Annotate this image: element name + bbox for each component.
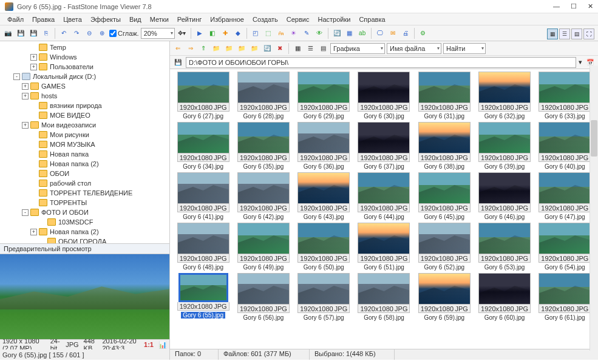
expand-icon[interactable]: + xyxy=(30,64,37,70)
menu-справка[interactable]: Справка xyxy=(355,15,389,24)
zoom-combo[interactable]: 20% xyxy=(141,28,175,39)
thumbnail[interactable]: 1920x1080JPGGory 6 (57).jpg xyxy=(294,273,353,321)
tree-item[interactable]: +Пользователи xyxy=(0,62,169,72)
scrollbar-thumb[interactable] xyxy=(591,120,597,157)
menu-метки[interactable]: Метки xyxy=(146,15,172,24)
tree-item[interactable]: +hosts xyxy=(0,91,169,101)
tree-item[interactable]: рабочий стол xyxy=(0,178,169,188)
expand-icon[interactable]: + xyxy=(22,122,29,129)
thumbnail[interactable]: 1920x1080JPGGory 6 (43).jpg xyxy=(294,172,353,220)
refresh-icon[interactable]: 🔄 xyxy=(262,43,273,54)
play-icon[interactable]: ▶ xyxy=(194,28,205,39)
slideshow-icon[interactable]: ▦ xyxy=(344,28,355,39)
thumbnail[interactable]: 1920x1080JPGGory 6 (46).jpg xyxy=(475,172,534,220)
tree-item[interactable]: +Новая папка (2) xyxy=(0,227,169,237)
thumbnail[interactable]: 1920x1080JPGGory 6 (47).jpg xyxy=(535,172,594,220)
thumbnail[interactable]: 1920x1080JPGGory 6 (60).jpg xyxy=(475,273,534,321)
view-thumbnails-button[interactable]: ▦ xyxy=(547,29,558,39)
thumbnail[interactable]: 1920x1080JPGGory 6 (59).jpg xyxy=(415,273,474,321)
tree-item[interactable]: Новая папка xyxy=(0,149,169,159)
thumbnail[interactable]: 1920x1080JPGGory 6 (40).jpg xyxy=(535,122,594,170)
thumbnail[interactable]: 1920x1080JPGGory 6 (61).jpg xyxy=(535,273,594,321)
forward-icon[interactable]: ⇒ xyxy=(185,43,196,54)
collapse-icon[interactable]: - xyxy=(22,209,29,216)
menu-рейтинг[interactable]: Рейтинг xyxy=(174,15,205,24)
up-icon[interactable]: ⇑ xyxy=(198,43,209,54)
tree-item[interactable]: ТОРРЕНТЫ xyxy=(0,198,169,207)
thumbnail[interactable]: 1920x1080JPGGory 6 (50).jpg xyxy=(294,223,353,271)
redeye-icon[interactable]: 👁 xyxy=(314,28,325,39)
tree-item[interactable]: ОБОИ xyxy=(0,169,169,178)
view-list-button[interactable]: ☰ xyxy=(559,29,570,39)
vertical-scrollbar[interactable] xyxy=(590,66,598,351)
thumbnail[interactable]: 1920x1080JPGGory 6 (32).jpg xyxy=(475,72,534,120)
tree-item[interactable]: +GAMES xyxy=(0,81,169,91)
maximize-button[interactable]: ☐ xyxy=(571,2,577,10)
tree-item[interactable]: ТОРРЕНТ ТЕЛЕВИДЕНИЕ xyxy=(0,188,169,198)
tree-item[interactable]: +Windows xyxy=(0,52,169,62)
tree-item[interactable]: ОБОИ ГОРОДА xyxy=(0,237,169,243)
folder3-icon[interactable]: 📁 xyxy=(236,43,247,54)
thumbnail[interactable]: 1920x1080JPGGory 6 (48).jpg xyxy=(174,223,233,271)
drive-icon[interactable]: 💾 xyxy=(172,57,183,68)
viewmode2-icon[interactable]: ☰ xyxy=(305,43,316,54)
menu-эффекты[interactable]: Эффекты xyxy=(87,15,124,24)
rotate-right-icon[interactable]: ↷ xyxy=(71,28,82,39)
convert-icon[interactable]: 🔄 xyxy=(331,28,342,39)
tree-item[interactable]: вязники природа xyxy=(0,101,169,110)
rename-icon[interactable]: ab xyxy=(357,28,368,39)
thumbnail[interactable]: 1920x1080JPGGory 6 (58).jpg xyxy=(355,273,413,321)
thumbnail[interactable]: 1920x1080JPGGory 6 (55).jpg xyxy=(174,273,233,321)
thumbnail[interactable]: 1920x1080JPGGory 6 (45).jpg xyxy=(415,172,474,220)
tree-item[interactable]: Новая папка (2) xyxy=(0,159,169,169)
compare-icon[interactable]: ◧ xyxy=(207,28,218,39)
menu-избранное[interactable]: Избранное xyxy=(206,15,248,24)
menu-правка[interactable]: Правка xyxy=(29,15,58,24)
thumbnail[interactable]: 1920x1080JPGGory 6 (51).jpg xyxy=(355,223,413,271)
crop-icon[interactable]: ◰ xyxy=(250,28,261,39)
email-icon[interactable]: ✉ xyxy=(387,28,398,39)
adjust-icon[interactable]: ☀ xyxy=(288,28,299,39)
viewmode3-icon[interactable]: ▤ xyxy=(318,43,328,54)
thumbnail[interactable]: 1920x1080JPGGory 6 (30).jpg xyxy=(355,72,413,120)
thumbnail[interactable]: 1920x1080JPGGory 6 (36).jpg xyxy=(294,122,353,170)
folder1-icon[interactable]: 📁 xyxy=(211,43,222,54)
viewmode1-icon[interactable]: ▦ xyxy=(292,43,303,54)
thumbnail[interactable]: 1920x1080JPGGory 6 (35).jpg xyxy=(234,122,293,170)
tree-item[interactable]: +Мои видеозаписи xyxy=(0,120,169,130)
thumbnail[interactable]: 1920x1080JPGGory 6 (54).jpg xyxy=(535,223,594,271)
thumbnail[interactable]: 1920x1080JPGGory 6 (28).jpg xyxy=(234,72,293,120)
view-fullscreen-button[interactable]: ⛶ xyxy=(583,29,594,39)
folder4-icon[interactable]: 📁 xyxy=(249,43,260,54)
resize-icon[interactable]: ⬚ xyxy=(263,28,274,39)
expand-icon[interactable]: + xyxy=(22,93,29,99)
filter-combo[interactable]: Графика xyxy=(330,43,385,54)
menu-файл[interactable]: Файл xyxy=(4,15,27,24)
scan-icon[interactable]: 📷 xyxy=(2,28,13,39)
menu-сервис[interactable]: Сервис xyxy=(283,15,313,24)
smooth-checkbox[interactable]: Сглаж. xyxy=(109,30,139,37)
menu-цвета[interactable]: Цвета xyxy=(59,15,86,24)
thumbnail[interactable]: 1920x1080JPGGory 6 (41).jpg xyxy=(174,172,233,220)
tree-item[interactable]: МОЕ ВИДЕО xyxy=(0,110,169,120)
tree-item[interactable]: Мои рисунки xyxy=(0,130,169,140)
wallpaper-icon[interactable]: 🖵 xyxy=(375,28,386,39)
print-icon[interactable]: 🖨 xyxy=(400,28,411,39)
path-field[interactable]: D:\ФОТО И ОБОИ\ОБОИ ГОРЫ\ xyxy=(186,57,576,68)
close-button[interactable]: ✕ xyxy=(588,2,593,10)
back-icon[interactable]: ⇐ xyxy=(172,43,183,54)
thumbnail[interactable]: 1920x1080JPGGory 6 (44).jpg xyxy=(355,172,413,220)
preview-image[interactable] xyxy=(0,254,169,339)
tag-icon[interactable]: ◆ xyxy=(233,28,243,39)
tree-item[interactable]: -ФОТО И ОБОИ xyxy=(0,207,169,217)
thumbnail[interactable]: 1920x1080JPGGory 6 (53).jpg xyxy=(475,223,534,271)
thumbnail[interactable]: 1920x1080JPGGory 6 (33).jpg xyxy=(535,72,594,120)
menu-настройки[interactable]: Настройки xyxy=(314,15,354,24)
tree-item[interactable]: -Локальный диск (D:) xyxy=(0,72,169,81)
thumbnail[interactable]: 1920x1080JPGGory 6 (29).jpg xyxy=(294,72,353,120)
menu-создать[interactable]: Создать xyxy=(249,15,282,24)
thumbnail[interactable]: 1920x1080JPGGory 6 (37).jpg xyxy=(355,122,413,170)
view-details-button[interactable]: ▤ xyxy=(571,29,582,39)
thumbnail[interactable]: 1920x1080JPGGory 6 (38).jpg xyxy=(415,122,474,170)
zoom-in-icon[interactable]: ⊕ xyxy=(97,28,107,39)
